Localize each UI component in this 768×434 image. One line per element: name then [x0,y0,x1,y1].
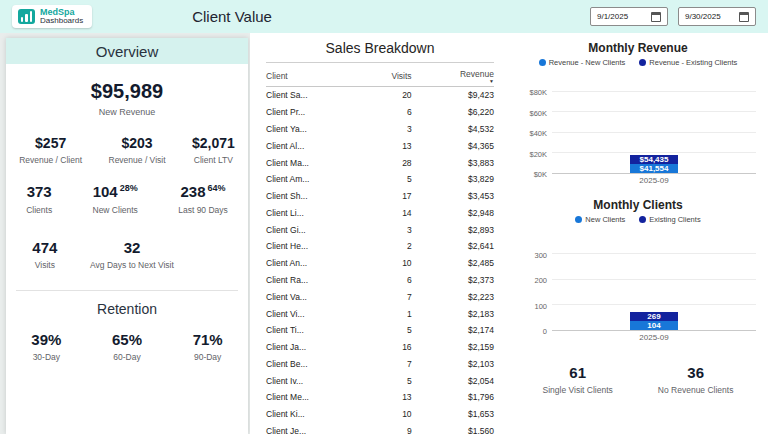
kpi-retention-60-day: 65% 60-Day [112,331,142,362]
kpi-label: Clients [26,205,52,215]
cell-revenue: $2,183 [426,305,494,322]
column-header-revenue[interactable]: Revenue ▼ [426,67,494,87]
cell-visits: 5 [362,322,426,339]
table-row[interactable]: Client Iv... 5 $2,054 [266,372,494,389]
cell-revenue: $2,893 [426,221,494,238]
table-row[interactable]: Client Al... 13 $4,365 [266,137,494,154]
cell-visits: 28 [362,154,426,171]
kpi-label: 60-Day [112,352,142,362]
kpi-label: No Revenue Clients [658,385,734,395]
chart-legend: New Clients Existing Clients [520,215,756,224]
cell-client: Client Am... [266,171,362,188]
cell-client: Client Pr... [266,104,362,121]
table-row[interactable]: Client Ma... 28 $3,883 [266,154,494,171]
kpi-row-clients: 373 Clients 10428% New Clients 23864% La… [6,183,248,215]
kpi-value: 39% [31,331,61,348]
cell-client: Client Ya... [266,121,362,138]
x-axis-category: 2025-09 [552,333,756,342]
cell-client: Client Li... [266,204,362,221]
sales-table: Client Visits Revenue ▼ Client Sa... 20 … [266,67,494,434]
column-header-client[interactable]: Client [266,67,362,87]
table-row[interactable]: Client Me... 13 $1,796 [266,389,494,406]
legend-dot-icon [575,216,582,223]
table-row[interactable]: Client Be... 7 $2,103 [266,356,494,373]
kpi-value: $95,989 [6,80,248,103]
y-axis-tick-label: 0 [543,327,547,336]
legend-item-existing-clients[interactable]: Existing Clients [639,215,700,224]
gridline [552,111,756,112]
kpi-label: Single Visit Clients [543,385,613,395]
cell-revenue: $9,423 [426,87,494,104]
y-axis: 0100200300 [520,229,552,331]
legend-label: New Clients [585,215,625,224]
end-date-picker[interactable]: 9/30/2025 [678,7,756,26]
cell-revenue: $2,103 [426,356,494,373]
cell-client: Client Be... [266,356,362,373]
table-row[interactable]: Client Ti... 5 $2,174 [266,322,494,339]
cell-client: Client Ma... [266,154,362,171]
bottom-kpis: 61 Single Visit Clients 36 No Revenue Cl… [520,364,756,395]
kpi-value: 61 [543,364,613,381]
cell-revenue: $6,220 [426,104,494,121]
table-row[interactable]: Client Sh... 17 $3,453 [266,188,494,205]
bar-segment-existing[interactable]: $54,435 [630,155,678,164]
kpi-value: 65% [112,331,142,348]
cell-visits: 10 [362,255,426,272]
kpi-value: 71% [193,331,223,348]
kpi-value: 32 [90,239,174,256]
kpi-last-90-days: 23864% Last 90 Days [178,183,228,215]
cell-revenue: $2,223 [426,288,494,305]
sales-table-header-row: Client Visits Revenue ▼ [266,67,494,87]
gridline [552,304,756,305]
plot-area: $41,554$54,435 [552,72,756,174]
bar-segment-new[interactable]: 104 [630,321,678,330]
kpi-value: 104 [93,183,118,200]
legend-item-existing-clients[interactable]: Revenue - Existing Clients [639,58,737,67]
table-row[interactable]: Client Am... 5 $3,829 [266,171,494,188]
y-axis-tick-label: $0K [534,170,547,179]
kpi-new-revenue: $95,989 New Revenue [6,80,248,117]
kpi-percent-badge: 64% [208,183,226,193]
cell-client: Client Ti... [266,322,362,339]
cell-client: Client Sa... [266,87,362,104]
table-row[interactable]: Client Sa... 20 $9,423 [266,87,494,104]
monthly-clients-chart: Monthly Clients New Clients Existing Cli… [520,198,756,342]
table-row[interactable]: Client Je... 9 $1,560 [266,423,494,434]
table-row[interactable]: Client Li... 14 $2,948 [266,204,494,221]
table-row[interactable]: Client He... 2 $2,641 [266,238,494,255]
cell-visits: 10 [362,406,426,423]
table-row[interactable]: Client Pr... 6 $6,220 [266,104,494,121]
legend-dot-icon [539,59,546,66]
kpi-label: Avg Days to Next Visit [90,260,174,270]
start-date-picker[interactable]: 9/1/2025 [590,7,668,26]
legend-item-new-clients[interactable]: New Clients [575,215,625,224]
table-row[interactable]: Client An... 10 $2,485 [266,255,494,272]
table-row[interactable]: Client Va... 7 $2,223 [266,288,494,305]
end-date-value: 9/30/2025 [685,12,721,21]
retention-row: 39% 30-Day 65% 60-Day 71% 90-Day [6,331,248,362]
kpi-label: New Clients [93,205,138,215]
kpi-new-clients: 10428% New Clients [93,183,138,215]
kpi-value: 474 [32,239,57,256]
legend-item-new-clients[interactable]: Revenue - New Clients [539,58,626,67]
gridline [552,91,756,92]
table-row[interactable]: Client Ki... 10 $1,653 [266,406,494,423]
cell-revenue: $2,948 [426,204,494,221]
kpi-visits: 474 Visits [32,239,57,270]
sales-breakdown-title: Sales Breakdown [266,36,494,63]
table-row[interactable]: Client Vi... 1 $2,183 [266,305,494,322]
kpi-percent-badge: 28% [120,183,138,193]
cell-revenue: $4,532 [426,121,494,138]
table-row[interactable]: Client Ja... 16 $2,159 [266,339,494,356]
cell-client: Client Gi... [266,221,362,238]
bar-segment-existing[interactable]: 269 [630,312,678,321]
cell-revenue: $2,174 [426,322,494,339]
table-row[interactable]: Client Gi... 3 $2,893 [266,221,494,238]
cell-visits: 6 [362,104,426,121]
bar-segment-new[interactable]: $41,554 [630,164,678,173]
cell-visits: 13 [362,137,426,154]
cell-revenue: $1,560 [426,423,494,434]
table-row[interactable]: Client Ya... 3 $4,532 [266,121,494,138]
table-row[interactable]: Client Ra... 6 $2,373 [266,272,494,289]
column-header-visits[interactable]: Visits [362,67,426,87]
